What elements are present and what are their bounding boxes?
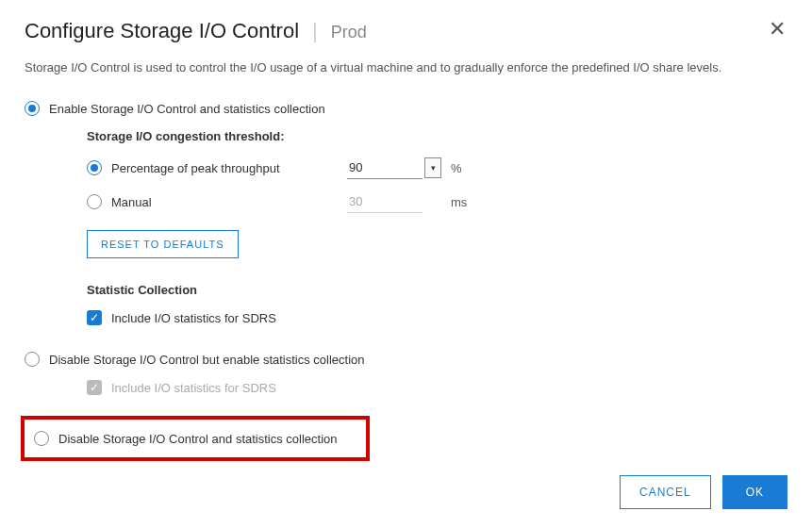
manual-label: Manual [111,195,347,209]
context-label: Prod [331,23,367,42]
threshold-manual-row: Manual ms [87,190,787,213]
include-stats-disabled-checkbox-icon: ✓ [87,380,102,395]
ok-button[interactable]: OK [722,475,787,509]
include-stats-label: Include I/O statistics for SDRS [111,311,276,325]
dialog-header: Configure Storage I/O Control | Prod [25,19,787,43]
percentage-label: Percentage of peak throughput [111,161,347,175]
manual-input [347,190,423,213]
description-text: Storage I/O Control is used to control t… [25,60,787,74]
dialog-footer: CANCEL OK [620,475,787,509]
threshold-percentage-row: Percentage of peak throughput ▾ % [87,157,787,179]
include-stats-checkbox-icon[interactable]: ✓ [87,310,102,325]
congestion-heading: Storage I/O congestion threshold: [87,129,787,143]
percentage-spinner-icon[interactable]: ▾ [424,157,441,178]
include-stats-disabled-row: ✓ Include I/O statistics for SDRS [87,380,787,395]
disable-keep-sub-block: ✓ Include I/O statistics for SDRS [87,380,787,395]
option-enable[interactable]: Enable Storage I/O Control and statistic… [25,101,787,116]
include-stats-disabled-label: Include I/O statistics for SDRS [111,381,276,395]
manual-unit: ms [451,195,467,209]
percentage-unit: % [451,161,462,175]
option-disable-all-label: Disable Storage I/O Control and statisti… [58,432,338,446]
close-icon[interactable]: ✕ [769,19,786,40]
option-enable-label: Enable Storage I/O Control and statistic… [49,102,325,116]
cancel-button[interactable]: CANCEL [620,475,711,509]
radio-manual-icon[interactable] [87,194,102,209]
radio-disable-all-icon[interactable] [34,431,49,446]
radio-percentage-icon[interactable] [87,160,102,175]
highlight-annotation: Disable Storage I/O Control and statisti… [21,416,370,461]
radio-enable-icon[interactable] [25,101,40,116]
dialog-title: Configure Storage I/O Control [25,19,299,43]
reset-defaults-button[interactable]: RESET TO DEFAULTS [87,230,239,258]
include-stats-row[interactable]: ✓ Include I/O statistics for SDRS [87,310,787,325]
stats-heading: Statistic Collection [87,283,787,297]
option-disable-keep-label: Disable Storage I/O Control but enable s… [49,353,365,367]
option-disable-all[interactable]: Disable Storage I/O Control and statisti… [34,431,360,446]
enable-sub-block: Storage I/O congestion threshold: Percen… [87,129,787,325]
option-disable-keep-stats[interactable]: Disable Storage I/O Control but enable s… [25,352,787,367]
title-separator: | [312,19,318,43]
radio-disable-keep-icon[interactable] [25,352,40,367]
percentage-input[interactable] [347,157,423,179]
